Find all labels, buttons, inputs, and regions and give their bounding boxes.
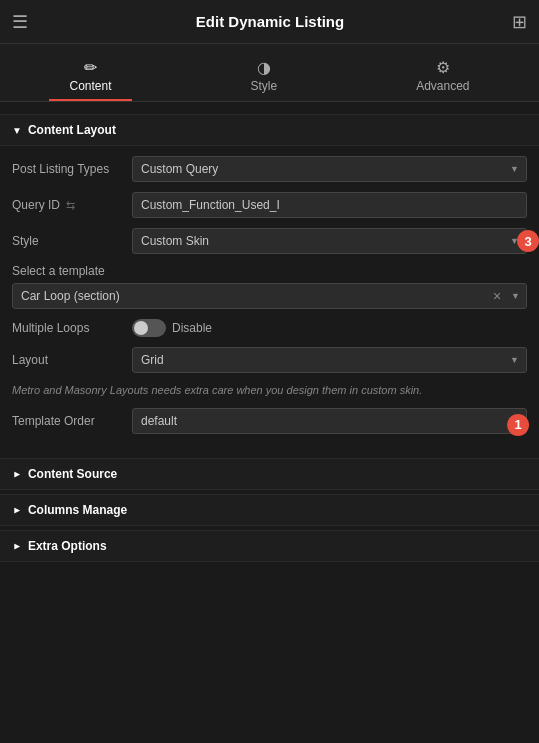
layout-select[interactable]: Grid (132, 347, 527, 373)
query-id-input[interactable] (132, 192, 527, 218)
extra-options-arrow: ▼ (11, 541, 22, 551)
layout-control: Grid (132, 347, 527, 373)
grid-icon[interactable]: ⊞ (512, 11, 527, 33)
post-listing-types-row: Post Listing Types Custom Query (12, 156, 527, 182)
advanced-tab-icon: ⚙ (436, 58, 450, 77)
menu-icon[interactable]: ☰ (12, 11, 28, 33)
template-order-label: Template Order (12, 414, 132, 428)
query-id-control (132, 192, 527, 218)
columns-manage-arrow: ▼ (11, 505, 22, 515)
template-dropdown-icon[interactable]: ▼ (505, 291, 526, 301)
query-id-link-icon: ⇆ (66, 199, 75, 211)
content-tab-icon: ✏ (84, 58, 97, 77)
post-listing-types-label: Post Listing Types (12, 162, 132, 176)
tabs-bar: ✏ Content ◑ Style ⚙ Advanced (0, 44, 539, 102)
content-layout-header[interactable]: ▼ Content Layout 1 (0, 114, 539, 146)
post-listing-types-select[interactable]: Custom Query (132, 156, 527, 182)
style-tab-icon: ◑ (257, 58, 271, 77)
tab-advanced-label: Advanced (416, 79, 469, 93)
template-order-row: Template Order default (12, 408, 527, 434)
content-layout-body: Post Listing Types Custom Query Query ID… (0, 146, 539, 454)
query-id-row: Query ID ⇆ Add Your Query ID 2 (12, 192, 527, 218)
template-order-select[interactable]: default (132, 408, 527, 434)
select-template-label: Select a template (12, 264, 527, 278)
columns-manage-header[interactable]: ▼ Columns Manage (0, 494, 539, 526)
layout-note: Metro and Masonry Layouts needs extra ca… (12, 383, 527, 398)
style-control: Custom Skin (132, 228, 527, 254)
style-select[interactable]: Custom Skin (132, 228, 527, 254)
content-layout-section: ▼ Content Layout 1 Post Listing Types Cu… (0, 114, 539, 454)
multiple-loops-toggle[interactable] (132, 319, 166, 337)
template-input[interactable] (13, 284, 489, 308)
style-row: Style Custom Skin 3 (12, 228, 527, 254)
content-source-title: Content Source (28, 467, 117, 481)
extra-options-header[interactable]: ▼ Extra Options (0, 530, 539, 562)
extra-options-title: Extra Options (28, 539, 107, 553)
callout-bubble-4-arrow (535, 298, 539, 310)
columns-manage-title: Columns Manage (28, 503, 127, 517)
callout-badge-3: 3 (517, 230, 539, 252)
multiple-loops-state: Disable (172, 321, 212, 335)
template-select-wrapper: × ▼ (12, 283, 527, 309)
query-id-text: Query ID (12, 198, 60, 212)
callout-badge-1: 1 (507, 414, 529, 436)
header-title: Edit Dynamic Listing (196, 13, 344, 30)
section-title: Content Layout (28, 123, 116, 137)
template-order-control: default (132, 408, 527, 434)
post-listing-types-control: Custom Query (132, 156, 527, 182)
tab-advanced[interactable]: ⚙ Advanced (396, 52, 489, 101)
style-label: Style (12, 234, 132, 248)
extra-options-section: ▼ Extra Options (0, 530, 539, 562)
tab-style[interactable]: ◑ Style (230, 52, 297, 101)
columns-manage-section: ▼ Columns Manage (0, 494, 539, 526)
header: ☰ Edit Dynamic Listing ⊞ (0, 0, 539, 44)
template-select-row: × ▼ Select Custom LoopSkin Template 4 (12, 283, 527, 309)
section-arrow-icon: ▼ (12, 125, 22, 136)
multiple-loops-control: Disable (132, 319, 212, 337)
callout-arrow (534, 196, 539, 208)
layout-row: Layout Grid (12, 347, 527, 373)
content-source-header[interactable]: ▼ Content Source (0, 458, 539, 490)
app-container: ☰ Edit Dynamic Listing ⊞ ✏ Content ◑ Sty… (0, 0, 539, 743)
tab-content[interactable]: ✏ Content (49, 52, 131, 101)
tab-content-label: Content (69, 79, 111, 93)
content-source-section: ▼ Content Source (0, 458, 539, 490)
template-clear-icon[interactable]: × (489, 288, 505, 304)
multiple-loops-label: Multiple Loops (12, 321, 132, 335)
main-content: ▼ Content Layout 1 Post Listing Types Cu… (0, 102, 539, 743)
query-id-label: Query ID ⇆ (12, 198, 132, 212)
multiple-loops-row: Multiple Loops Disable (12, 319, 527, 337)
tab-style-label: Style (250, 79, 277, 93)
content-source-arrow: ▼ (11, 469, 22, 479)
layout-label: Layout (12, 353, 132, 367)
